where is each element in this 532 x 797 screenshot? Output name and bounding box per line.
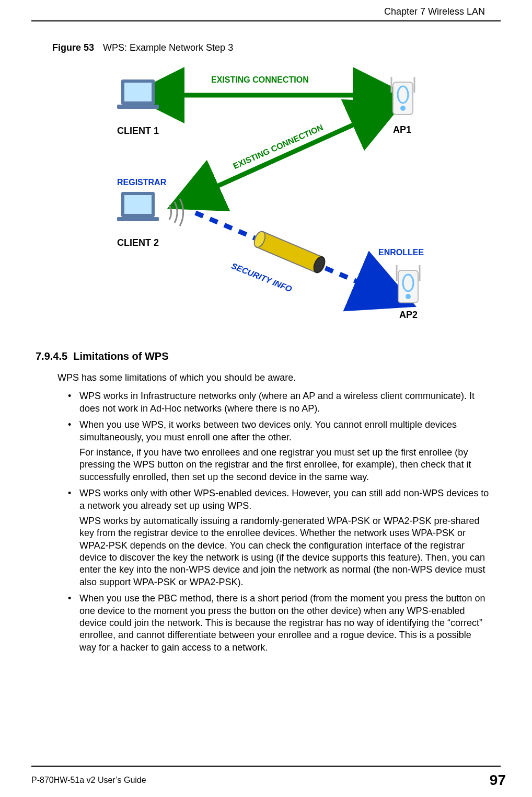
label-registrar: REGISTRAR [117, 178, 166, 187]
footer-rule [31, 766, 501, 767]
laptop-icon-client2 [117, 192, 159, 221]
list-item: When you use the PBC method, there is a … [68, 593, 490, 654]
page: Chapter 7 Wireless LAN Figure 53 WPS: Ex… [0, 0, 532, 797]
bullet-subpara: For instance, if you have two enrollees … [79, 447, 490, 483]
page-footer: P-870HW-51a v2 User’s Guide 97 [31, 772, 506, 789]
svg-rect-5 [124, 195, 152, 214]
svg-rect-16 [257, 232, 323, 272]
svg-rect-3 [117, 217, 159, 221]
list-item: WPS works in Infrastructure networks onl… [68, 390, 490, 415]
laptop-icon-client1 [117, 79, 159, 109]
section-number: 7.9.4.5 [36, 350, 67, 362]
top-rule [31, 20, 501, 21]
section-heading: 7.9.4.5 Limitations of WPS [36, 350, 501, 362]
existing-connection-line-diag [193, 113, 378, 197]
section-intro: WPS has some limitations of which you sh… [57, 372, 490, 384]
bullet-text: WPS works in Infrastructure networks onl… [79, 391, 475, 413]
svg-rect-2 [124, 83, 152, 101]
list-item: WPS works only with other WPS-enabled de… [68, 487, 490, 588]
label-enrollee: ENROLLEE [378, 248, 424, 257]
label-client1: CLIENT 1 [117, 126, 159, 136]
list-item: When you use WPS, it works between two d… [68, 419, 490, 483]
tube-icon [252, 230, 327, 275]
bullet-text: When you use WPS, it works between two d… [79, 419, 457, 442]
ap-icon-2 [397, 265, 420, 303]
svg-rect-0 [117, 105, 159, 109]
bullet-text: When you use the PBC method, there is a … [79, 593, 485, 653]
page-number: 97 [490, 772, 506, 789]
label-ap2: AP2 [399, 310, 418, 321]
svg-point-15 [406, 294, 411, 299]
diagram-svg [88, 64, 444, 331]
bullet-text: WPS works only with other WPS-enabled de… [79, 488, 489, 510]
wireless-waves-icon [169, 199, 183, 226]
label-client2: CLIENT 2 [117, 237, 159, 248]
figure-diagram: EXISTING CONNECTION EXISTING CONNECTION … [88, 64, 444, 331]
figure-caption: Figure 53 WPS: Example Network Step 3 [52, 42, 501, 53]
label-ap1: AP1 [393, 124, 411, 135]
figure-label: Figure 53 [52, 42, 94, 53]
svg-point-10 [400, 106, 406, 111]
chapter-header: Chapter 7 Wireless LAN [31, 0, 501, 17]
bullet-subpara: WPS works by automatically issuing a ran… [79, 515, 490, 588]
ap-icon-1 [391, 77, 414, 115]
section-title: Limitations of WPS [73, 350, 168, 362]
bullet-list: WPS works in Infrastructure networks onl… [68, 390, 490, 654]
label-existing-connection-top: EXISTING CONNECTION [211, 75, 309, 85]
footer-guide-name: P-870HW-51a v2 User’s Guide [31, 776, 146, 785]
figure-caption-text: WPS: Example Network Step 3 [103, 42, 233, 53]
